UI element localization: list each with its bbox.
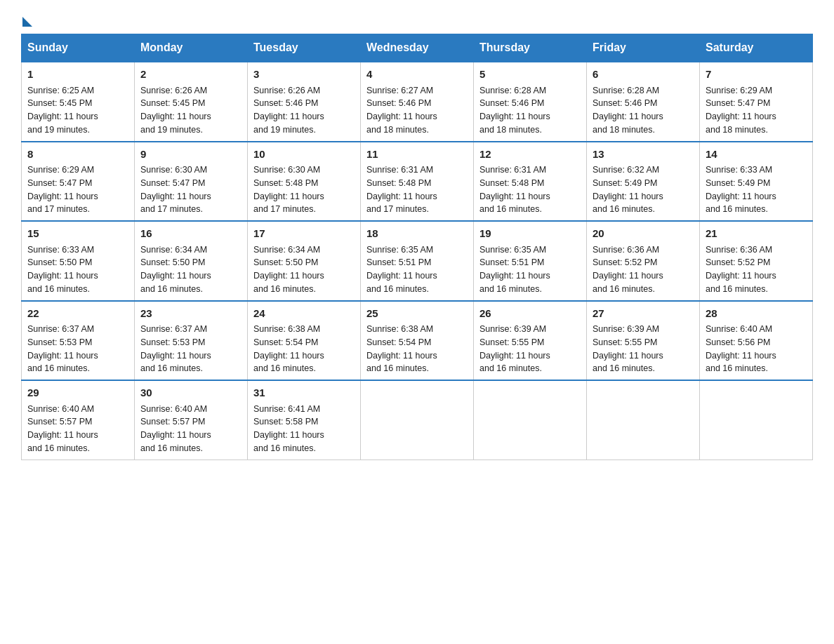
- calendar-cell: 24Sunrise: 6:38 AMSunset: 5:54 PMDayligh…: [248, 301, 361, 381]
- calendar-cell: 19Sunrise: 6:35 AMSunset: 5:51 PMDayligh…: [474, 221, 587, 301]
- day-number: 28: [706, 306, 807, 322]
- day-number: 31: [253, 385, 355, 401]
- logo: [21, 14, 32, 27]
- day-number: 12: [479, 147, 581, 163]
- day-number: 24: [253, 306, 355, 322]
- day-number: 2: [140, 67, 241, 83]
- calendar-cell: [474, 380, 587, 459]
- calendar-cell: 11Sunrise: 6:31 AMSunset: 5:48 PMDayligh…: [361, 142, 474, 222]
- header-sunday: Sunday: [22, 34, 135, 62]
- header-wednesday: Wednesday: [361, 34, 474, 62]
- day-number: 23: [140, 306, 241, 322]
- header-friday: Friday: [587, 34, 700, 62]
- day-number: 21: [706, 226, 807, 242]
- day-number: 14: [706, 147, 807, 163]
- calendar-cell: 29Sunrise: 6:40 AMSunset: 5:57 PMDayligh…: [22, 380, 135, 459]
- calendar-cell: 23Sunrise: 6:37 AMSunset: 5:53 PMDayligh…: [135, 301, 248, 381]
- day-number: 19: [479, 226, 581, 242]
- calendar-cell: [361, 380, 474, 459]
- calendar-cell: [587, 380, 700, 459]
- day-number: 16: [140, 226, 241, 242]
- calendar-cell: [700, 380, 813, 459]
- day-number: 17: [253, 226, 355, 242]
- calendar-cell: 25Sunrise: 6:38 AMSunset: 5:54 PMDayligh…: [361, 301, 474, 381]
- calendar-cell: 4Sunrise: 6:27 AMSunset: 5:46 PMDaylight…: [361, 62, 474, 142]
- header-tuesday: Tuesday: [248, 34, 361, 62]
- day-number: 5: [479, 67, 581, 83]
- calendar-cell: 22Sunrise: 6:37 AMSunset: 5:53 PMDayligh…: [22, 301, 135, 381]
- day-number: 6: [593, 67, 694, 83]
- calendar-cell: 17Sunrise: 6:34 AMSunset: 5:50 PMDayligh…: [248, 221, 361, 301]
- calendar-cell: 9Sunrise: 6:30 AMSunset: 5:47 PMDaylight…: [135, 142, 248, 222]
- day-number: 26: [479, 306, 581, 322]
- calendar-cell: 31Sunrise: 6:41 AMSunset: 5:58 PMDayligh…: [248, 380, 361, 459]
- calendar-cell: 12Sunrise: 6:31 AMSunset: 5:48 PMDayligh…: [474, 142, 587, 222]
- calendar-cell: 28Sunrise: 6:40 AMSunset: 5:56 PMDayligh…: [700, 301, 813, 381]
- calendar-cell: 27Sunrise: 6:39 AMSunset: 5:55 PMDayligh…: [587, 301, 700, 381]
- calendar-table: Sunday Monday Tuesday Wednesday Thursday…: [21, 34, 813, 460]
- calendar-cell: 16Sunrise: 6:34 AMSunset: 5:50 PMDayligh…: [135, 221, 248, 301]
- calendar-cell: 10Sunrise: 6:30 AMSunset: 5:48 PMDayligh…: [248, 142, 361, 222]
- calendar-cell: 7Sunrise: 6:29 AMSunset: 5:47 PMDaylight…: [700, 62, 813, 142]
- calendar-cell: 26Sunrise: 6:39 AMSunset: 5:55 PMDayligh…: [474, 301, 587, 381]
- logo-arrow-icon: [22, 17, 32, 27]
- calendar-cell: 21Sunrise: 6:36 AMSunset: 5:52 PMDayligh…: [700, 221, 813, 301]
- calendar-week-row: 1Sunrise: 6:25 AMSunset: 5:45 PMDaylight…: [22, 62, 813, 142]
- calendar-cell: 13Sunrise: 6:32 AMSunset: 5:49 PMDayligh…: [587, 142, 700, 222]
- calendar-week-row: 15Sunrise: 6:33 AMSunset: 5:50 PMDayligh…: [22, 221, 813, 301]
- day-number: 22: [27, 306, 128, 322]
- header-thursday: Thursday: [474, 34, 587, 62]
- day-number: 18: [366, 226, 468, 242]
- day-number: 7: [706, 67, 807, 83]
- calendar-week-row: 22Sunrise: 6:37 AMSunset: 5:53 PMDayligh…: [22, 301, 813, 381]
- calendar-cell: 20Sunrise: 6:36 AMSunset: 5:52 PMDayligh…: [587, 221, 700, 301]
- page-header: [21, 14, 813, 27]
- day-number: 27: [593, 306, 694, 322]
- calendar-cell: 15Sunrise: 6:33 AMSunset: 5:50 PMDayligh…: [22, 221, 135, 301]
- calendar-cell: 2Sunrise: 6:26 AMSunset: 5:45 PMDaylight…: [135, 62, 248, 142]
- day-number: 29: [27, 385, 128, 401]
- calendar-cell: 6Sunrise: 6:28 AMSunset: 5:46 PMDaylight…: [587, 62, 700, 142]
- calendar-week-row: 8Sunrise: 6:29 AMSunset: 5:47 PMDaylight…: [22, 142, 813, 222]
- day-number: 20: [593, 226, 694, 242]
- day-number: 8: [27, 147, 128, 163]
- day-number: 15: [27, 226, 128, 242]
- days-header-row: Sunday Monday Tuesday Wednesday Thursday…: [22, 34, 813, 62]
- calendar-cell: 1Sunrise: 6:25 AMSunset: 5:45 PMDaylight…: [22, 62, 135, 142]
- day-number: 1: [27, 67, 128, 83]
- day-number: 9: [140, 147, 241, 163]
- day-number: 11: [366, 147, 468, 163]
- calendar-cell: 30Sunrise: 6:40 AMSunset: 5:57 PMDayligh…: [135, 380, 248, 459]
- calendar-cell: 8Sunrise: 6:29 AMSunset: 5:47 PMDaylight…: [22, 142, 135, 222]
- calendar-cell: 5Sunrise: 6:28 AMSunset: 5:46 PMDaylight…: [474, 62, 587, 142]
- day-number: 4: [366, 67, 468, 83]
- day-number: 30: [140, 385, 241, 401]
- calendar-week-row: 29Sunrise: 6:40 AMSunset: 5:57 PMDayligh…: [22, 380, 813, 459]
- day-number: 3: [253, 67, 355, 83]
- calendar-cell: 3Sunrise: 6:26 AMSunset: 5:46 PMDaylight…: [248, 62, 361, 142]
- header-monday: Monday: [135, 34, 248, 62]
- day-number: 13: [593, 147, 694, 163]
- calendar-cell: 14Sunrise: 6:33 AMSunset: 5:49 PMDayligh…: [700, 142, 813, 222]
- header-saturday: Saturday: [700, 34, 813, 62]
- day-number: 25: [366, 306, 468, 322]
- day-number: 10: [253, 147, 355, 163]
- calendar-cell: 18Sunrise: 6:35 AMSunset: 5:51 PMDayligh…: [361, 221, 474, 301]
